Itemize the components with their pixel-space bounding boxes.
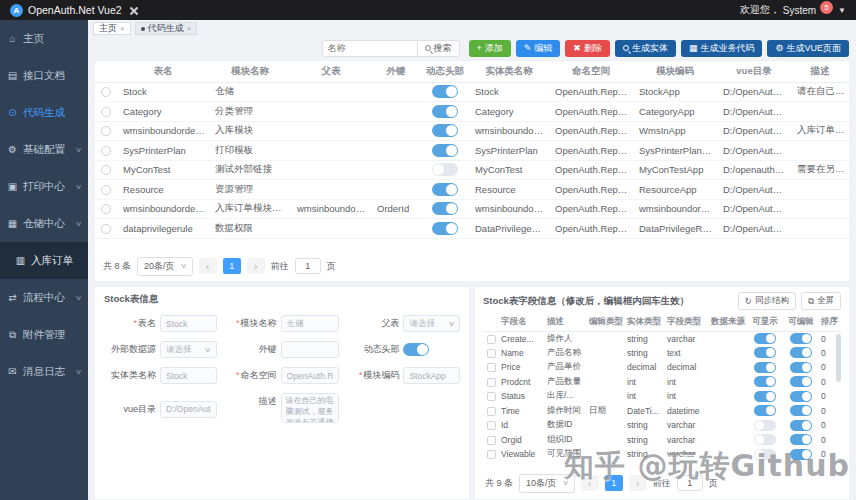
row-checkbox[interactable] <box>487 450 496 459</box>
外部数据源-select[interactable]: 请选择∨ <box>160 341 217 358</box>
page-size-select[interactable]: 20条/页 ∨ <box>137 257 193 276</box>
visible-toggle[interactable] <box>754 434 776 445</box>
row-checkbox[interactable] <box>487 363 496 372</box>
tab-主页[interactable]: 主页× <box>93 22 131 35</box>
dynamic-header-toggle[interactable] <box>432 144 458 157</box>
username[interactable]: System <box>783 5 816 16</box>
table-row[interactable]: Resource资源管理ResourceOpenAuth.Reposit...R… <box>95 180 849 200</box>
page-number-button[interactable]: 1 <box>223 258 241 274</box>
row-radio[interactable] <box>101 107 111 117</box>
dynamic-header-toggle[interactable] <box>432 222 458 235</box>
sidebar-item-入库订单[interactable]: ▥入库订单 <box>0 242 88 279</box>
editable-toggle[interactable] <box>790 449 812 460</box>
sidebar-item-附件管理[interactable]: ⧉附件管理 <box>0 316 88 353</box>
sync-structure-button[interactable]: ↻ 同步结构 <box>738 292 796 310</box>
table-row[interactable]: dataprivilegerule数据权限DataPrivilegeRuleOp… <box>95 219 849 239</box>
row-radio[interactable] <box>101 224 111 234</box>
search-input[interactable] <box>322 40 418 57</box>
sidebar-item-基础配置[interactable]: ⚙基础配置∨ <box>0 131 88 168</box>
editable-toggle[interactable] <box>790 376 812 387</box>
fullscreen-button[interactable]: ⧉ 全屏 <box>801 292 841 310</box>
page-size-select[interactable]: 10条/页 ∨ <box>519 474 575 493</box>
描述-textarea[interactable] <box>281 393 340 423</box>
close-icon[interactable]: × <box>187 24 192 33</box>
user-menu-caret-icon[interactable]: ▼ <box>838 6 846 15</box>
visible-toggle[interactable] <box>754 449 776 460</box>
sidebar-item-流程中心[interactable]: ⇄流程中心∨ <box>0 279 88 316</box>
editable-toggle[interactable] <box>790 347 812 358</box>
visible-toggle[interactable] <box>754 420 776 431</box>
实体类名称-input[interactable] <box>160 367 217 384</box>
删除-button[interactable]: ✖删除 <box>565 40 610 57</box>
row-checkbox[interactable] <box>487 436 496 445</box>
field-row[interactable]: Prodcnt产品数量intint0 <box>483 375 841 390</box>
field-row[interactable]: Orgid组织IDstringvarchar0 <box>483 433 841 448</box>
close-icon[interactable]: × <box>120 24 125 33</box>
editable-toggle[interactable] <box>790 391 812 402</box>
row-radio[interactable] <box>101 146 111 156</box>
field-row[interactable]: Price产品单价decimaldecimal0 <box>483 360 841 375</box>
editable-toggle[interactable] <box>790 405 812 416</box>
dynamic-header-toggle[interactable] <box>432 124 458 137</box>
vue目录-input[interactable] <box>160 401 217 418</box>
next-page-button[interactable]: › <box>247 258 265 274</box>
row-checkbox[interactable] <box>487 392 496 401</box>
添加-button[interactable]: +添加 <box>469 40 511 57</box>
prev-page-button[interactable]: ‹ <box>581 475 599 491</box>
row-checkbox[interactable] <box>487 349 496 358</box>
table-row[interactable]: MyConTest测试外部链接MyConTestOpenAuth.Reposit… <box>95 160 849 180</box>
dynamic-header-toggle[interactable] <box>432 202 458 215</box>
row-checkbox[interactable] <box>487 335 496 344</box>
goto-page-input[interactable] <box>677 475 703 491</box>
表名-input[interactable] <box>160 315 217 332</box>
visible-toggle[interactable] <box>754 405 776 416</box>
sidebar-item-仓储中心[interactable]: ▦仓储中心∨ <box>0 205 88 242</box>
goto-page-input[interactable] <box>295 258 321 274</box>
field-row[interactable]: Id数据IDstringvarchar0 <box>483 418 841 433</box>
row-radio[interactable] <box>101 87 111 97</box>
row-checkbox[interactable] <box>487 421 496 430</box>
search-button[interactable]: 搜索 <box>418 40 460 57</box>
editable-toggle[interactable] <box>790 333 812 344</box>
page-number-button[interactable]: 1 <box>605 475 623 491</box>
dynamic-header-toggle[interactable] <box>432 85 458 98</box>
动态头部-toggle[interactable] <box>403 343 429 356</box>
生成实体-button[interactable]: 生成实体 <box>615 40 676 57</box>
table-row[interactable]: wmsinboundorderdtbl入库订单模块子表wmsinboundord… <box>95 199 849 219</box>
visible-toggle[interactable] <box>754 376 776 387</box>
field-row[interactable]: Viewable可见范围stringvarchar0 <box>483 447 841 462</box>
table-row[interactable]: Stock仓储StockOpenAuth.Reposit...StockAppD… <box>95 82 849 102</box>
sidebar-item-消息日志[interactable]: ✉消息日志∨ <box>0 353 88 390</box>
生成业务代码-button[interactable]: ▦生成业务代码 <box>681 40 763 57</box>
编辑-button[interactable]: ✎编辑 <box>516 40 561 57</box>
field-row[interactable]: Create...操作人stringvarchar0 <box>483 331 841 346</box>
visible-toggle[interactable] <box>754 347 776 358</box>
row-checkbox[interactable] <box>487 378 496 387</box>
sidebar-item-接口文档[interactable]: ▤接口文档 <box>0 57 88 94</box>
editable-toggle[interactable] <box>790 420 812 431</box>
table-row[interactable]: Category分类管理CategoryOpenAuth.Reposit...C… <box>95 102 849 122</box>
editable-toggle[interactable] <box>790 362 812 373</box>
visible-toggle[interactable] <box>754 362 776 373</box>
dynamic-header-toggle[interactable] <box>432 105 458 118</box>
模块名称-input[interactable] <box>281 315 340 332</box>
field-row[interactable]: Name产品名称stringtext0 <box>483 346 841 361</box>
sidebar-item-主页[interactable]: ⌂主页 <box>0 20 88 57</box>
row-radio[interactable] <box>101 185 111 195</box>
父表-select[interactable]: 请选择∨ <box>403 315 460 332</box>
外键-input[interactable] <box>281 341 340 358</box>
dynamic-header-toggle[interactable] <box>432 183 458 196</box>
field-row[interactable]: Time操作时间日期DateTi...datetime0 <box>483 404 841 419</box>
table-row[interactable]: SysPrinterPlan打印模板SysPrinterPlanOpenAuth… <box>95 141 849 161</box>
row-checkbox[interactable] <box>487 407 496 416</box>
生成VUE页面-button[interactable]: ⚙生成VUE页面 <box>767 40 849 57</box>
dynamic-header-toggle[interactable] <box>432 163 458 176</box>
visible-toggle[interactable] <box>754 333 776 344</box>
row-radio[interactable] <box>101 204 111 214</box>
scrollbar-thumb[interactable] <box>836 334 841 382</box>
模块编码-input[interactable] <box>403 367 460 384</box>
row-radio[interactable] <box>101 165 111 175</box>
notification-badge[interactable]: 5 <box>820 1 833 14</box>
sidebar-item-打印中心[interactable]: ▣打印中心∨ <box>0 168 88 205</box>
prev-page-button[interactable]: ‹ <box>199 258 217 274</box>
